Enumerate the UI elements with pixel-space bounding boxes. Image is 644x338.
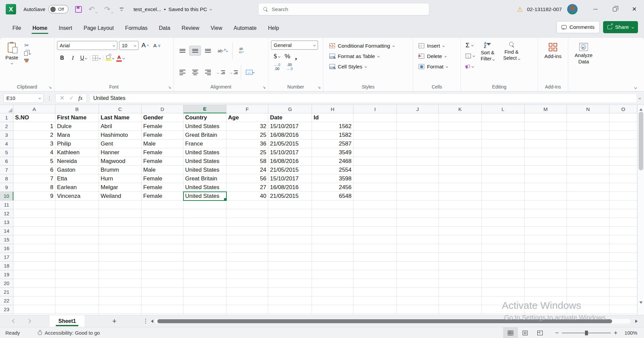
cancel-icon[interactable]: ✕ [60, 95, 64, 102]
cell-I20[interactable] [354, 279, 397, 288]
cell-G11[interactable] [268, 201, 312, 209]
cell-H17[interactable] [312, 253, 354, 262]
cell-J9[interactable] [397, 183, 439, 192]
cell-O23[interactable] [609, 305, 637, 314]
cell-L12[interactable] [482, 209, 525, 218]
tab-insert[interactable]: Insert [53, 21, 78, 35]
cell-I18[interactable] [354, 262, 397, 270]
column-header-G[interactable]: G [268, 105, 312, 113]
cell-F6[interactable]: 58 [226, 157, 268, 166]
cell-L1[interactable] [482, 113, 525, 122]
insert-cells-button[interactable]: Insert [417, 41, 458, 51]
cell-N14[interactable] [567, 227, 609, 235]
cell-C22[interactable] [99, 296, 142, 305]
cell-H1[interactable]: Id [312, 113, 354, 122]
cell-C13[interactable] [99, 218, 142, 227]
cell-A12[interactable] [13, 209, 55, 218]
cell-G13[interactable] [268, 218, 312, 227]
sheet-tab-sheet1[interactable]: Sheet1 [50, 315, 85, 327]
fill-color-button[interactable] [105, 53, 115, 63]
column-header-J[interactable]: J [397, 105, 439, 113]
cell-D10[interactable]: Female [142, 192, 183, 201]
cell-O10[interactable] [609, 192, 637, 201]
sort-filter-button[interactable]: AZ Sort &Filter [478, 41, 497, 82]
decrease-decimal-button[interactable]: .00→.0 [286, 63, 292, 71]
underline-button[interactable]: U [78, 53, 89, 63]
fill-button[interactable]: ↓ [466, 51, 475, 60]
cell-I17[interactable] [354, 253, 397, 262]
merge-center-button[interactable]: ↔ [243, 67, 257, 77]
zoom-slider-thumb[interactable] [585, 331, 588, 335]
orientation-button[interactable]: ab↗ [215, 46, 231, 56]
cell-N7[interactable] [567, 166, 609, 174]
cell-A5[interactable]: 4 [13, 148, 55, 157]
cell-L4[interactable] [482, 139, 525, 148]
cell-D9[interactable]: Female [142, 183, 183, 192]
cell-G8[interactable]: 15/10/2017 [268, 174, 312, 183]
cell-J10[interactable] [397, 192, 439, 201]
cell-K14[interactable] [439, 227, 482, 235]
clipboard-dialog-launcher-icon[interactable]: ↘ [49, 85, 52, 90]
cell-M20[interactable] [525, 279, 567, 288]
cell-H4[interactable]: 2587 [312, 139, 354, 148]
row-header-7[interactable]: 7 [0, 166, 13, 174]
cell-F10[interactable]: 40 [226, 192, 268, 201]
cell-C21[interactable] [99, 288, 142, 296]
cell-H23[interactable] [312, 305, 354, 314]
cell-G2[interactable]: 15/10/2017 [268, 122, 312, 131]
scroll-left-icon[interactable] [149, 320, 153, 323]
cell-O13[interactable] [609, 218, 637, 227]
close-button[interactable]: ✕ [625, 0, 644, 18]
row-header-20[interactable]: 20 [0, 279, 13, 288]
sheet-options-icon[interactable]: ⋮ [143, 318, 149, 325]
cell-M14[interactable] [525, 227, 567, 235]
cell-L10[interactable] [482, 192, 525, 201]
cell-O21[interactable] [609, 288, 637, 296]
number-format-select[interactable]: General [271, 41, 318, 50]
cell-I5[interactable] [354, 148, 397, 157]
cell-A13[interactable] [13, 218, 55, 227]
row-header-6[interactable]: 6 [0, 157, 13, 166]
cell-L19[interactable] [482, 270, 525, 279]
cell-K13[interactable] [439, 218, 482, 227]
cell-K10[interactable] [439, 192, 482, 201]
cell-A3[interactable]: 2 [13, 131, 55, 139]
cell-F16[interactable] [226, 244, 268, 253]
cell-K17[interactable] [439, 253, 482, 262]
cell-M11[interactable] [525, 201, 567, 209]
cell-H7[interactable]: 2554 [312, 166, 354, 174]
cell-A14[interactable] [13, 227, 55, 235]
cut-icon[interactable]: ✂ [24, 43, 31, 48]
cell-D18[interactable] [142, 262, 183, 270]
cell-B9[interactable]: Earlean [55, 183, 99, 192]
cell-K6[interactable] [439, 157, 482, 166]
cell-G23[interactable] [268, 305, 312, 314]
cell-A8[interactable]: 7 [13, 174, 55, 183]
scroll-up-icon[interactable] [639, 107, 643, 111]
format-painter-icon[interactable] [24, 59, 29, 60]
cell-F14[interactable] [226, 227, 268, 235]
cell-C6[interactable]: Magwood [99, 157, 142, 166]
cell-L7[interactable] [482, 166, 525, 174]
cell-J14[interactable] [397, 227, 439, 235]
cell-D5[interactable]: Female [142, 148, 183, 157]
cell-K8[interactable] [439, 174, 482, 183]
cell-I8[interactable] [354, 174, 397, 183]
cell-D8[interactable]: Female [142, 174, 183, 183]
cell-D22[interactable] [142, 296, 183, 305]
cell-C1[interactable]: Last Name [99, 113, 142, 122]
cell-F20[interactable] [226, 279, 268, 288]
cell-B11[interactable] [55, 201, 99, 209]
cell-F5[interactable]: 25 [226, 148, 268, 157]
accessibility-status[interactable]: Accessibility: Good to go [37, 330, 100, 336]
cell-F9[interactable]: 27 [226, 183, 268, 192]
column-header-A[interactable]: A [13, 105, 55, 113]
cell-F7[interactable]: 24 [226, 166, 268, 174]
cell-N15[interactable] [567, 235, 609, 244]
cell-C16[interactable] [99, 244, 142, 253]
cell-J12[interactable] [397, 209, 439, 218]
cell-N4[interactable] [567, 139, 609, 148]
cell-A22[interactable] [13, 296, 55, 305]
cell-H16[interactable] [312, 244, 354, 253]
cell-F22[interactable] [226, 296, 268, 305]
